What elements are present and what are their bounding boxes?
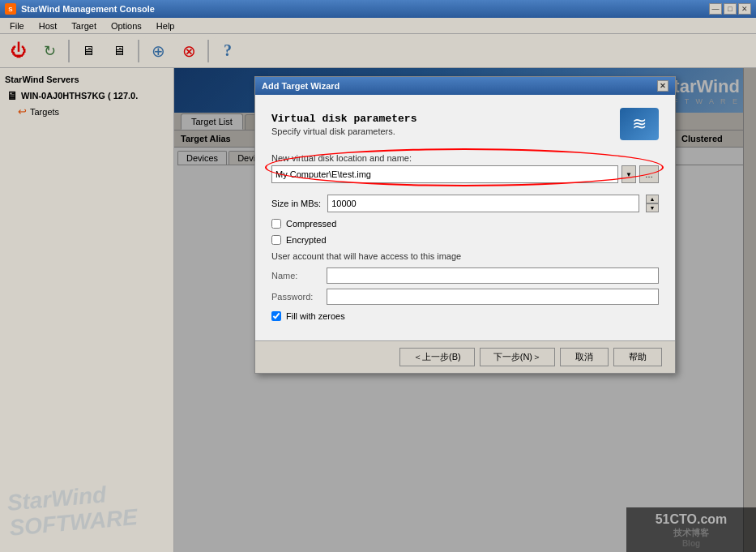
browse-button[interactable]: … <box>639 165 659 183</box>
menu-help[interactable]: Help <box>150 19 182 32</box>
location-form-row: New virtual disk location and name: ▼ … <box>271 153 659 183</box>
name-row: Name: <box>271 267 659 284</box>
dialog-header-text: Virtual disk parameters Specify virtual … <box>271 113 416 136</box>
add-icon: ⊕ <box>152 41 165 61</box>
location-input[interactable] <box>271 165 618 183</box>
fill-zeroes-row: Fill with zeroes <box>271 311 659 321</box>
encrypted-label: Encrypted <box>286 235 327 245</box>
app-icon: S <box>5 3 16 15</box>
size-spinbox[interactable]: ▲ ▼ <box>646 195 659 212</box>
fill-zeroes-label: Fill with zeroes <box>286 311 345 321</box>
dialog-close-button[interactable]: ✕ <box>657 80 668 92</box>
toolbar: ⏻ ↻ 🖥 🖥 ⊕ ⊗ ? <box>0 34 756 68</box>
refresh-icon: ↻ <box>44 42 56 60</box>
compressed-checkbox[interactable] <box>271 219 281 229</box>
size-input[interactable] <box>327 195 639 212</box>
title-bar-left: S StarWind Management Console <box>5 3 155 15</box>
main-layout: StarWind Servers 🖥 WIN-0AJ0HTHS7KG ( 127… <box>0 68 756 552</box>
dropdown-button[interactable]: ▼ <box>621 165 636 183</box>
content-area: ★ StarWind S O F T W A R E Target List C… <box>174 68 756 552</box>
window-title: StarWind Management Console <box>21 4 155 14</box>
back-button[interactable]: ＜上一步(B) <box>399 348 475 366</box>
help-dialog-button[interactable]: 帮助 <box>613 348 662 366</box>
toolbar-separator-3 <box>207 40 209 62</box>
location-input-row: ▼ … <box>271 165 659 183</box>
dialog-logo-icon: ≋ <box>620 108 659 140</box>
name-input[interactable] <box>327 267 659 284</box>
size-form-row: Size in MBs: ▲ ▼ <box>271 195 659 212</box>
compressed-row: Compressed <box>271 219 659 229</box>
menu-target[interactable]: Target <box>65 19 103 32</box>
encrypted-checkbox[interactable] <box>271 235 281 245</box>
close-button[interactable]: ✕ <box>738 3 751 15</box>
dialog-subtitle: Specify virtual disk parameters. <box>271 126 416 136</box>
toolbar-separator-2 <box>138 40 139 62</box>
menu-host[interactable]: Host <box>32 19 64 32</box>
computer1-button[interactable]: 🖥 <box>75 37 102 65</box>
dialog-body: Virtual disk parameters Specify virtual … <box>255 95 675 340</box>
delete-icon: ⊗ <box>182 41 196 61</box>
dialog-title: Add Target Wizard <box>262 81 340 91</box>
encrypted-row: Encrypted <box>271 235 659 245</box>
spin-up-button[interactable]: ▲ <box>646 195 659 203</box>
computer2-button[interactable]: 🖥 <box>105 37 133 65</box>
next-button[interactable]: 下一步(N)＞ <box>480 348 555 366</box>
password-label: Password: <box>271 292 320 302</box>
menu-file[interactable]: File <box>3 19 31 32</box>
dialog-title-bar: Add Target Wizard ✕ <box>255 77 675 95</box>
location-label: New virtual disk location and name: <box>271 153 659 163</box>
dialog-header-section: Virtual disk parameters Specify virtual … <box>271 108 659 140</box>
sidebar-watermark: StarWind SOFTWARE <box>6 481 139 541</box>
toolbar-separator-1 <box>68 40 70 62</box>
name-label: Name: <box>271 271 320 280</box>
dialog-main-title: Virtual disk parameters <box>271 113 416 125</box>
size-label: Size in MBs: <box>271 199 321 208</box>
spin-down-button[interactable]: ▼ <box>646 203 659 212</box>
server-name: WIN-0AJ0HTHS7KG ( 127.0. <box>21 91 138 101</box>
computer1-icon: 🖥 <box>82 44 95 58</box>
server-item[interactable]: 🖥 WIN-0AJ0HTHS7KG ( 127.0. <box>3 88 170 104</box>
password-input[interactable] <box>327 289 659 305</box>
title-bar: S StarWind Management Console — □ ✕ <box>0 0 756 18</box>
user-account-label: User account that will have access to th… <box>271 251 659 261</box>
power-icon: ⏻ <box>11 41 27 60</box>
help-icon: ? <box>224 41 232 60</box>
waves-icon: ≋ <box>632 113 647 135</box>
add-button[interactable]: ⊕ <box>144 37 172 65</box>
refresh-button[interactable]: ↻ <box>36 37 63 65</box>
targets-item[interactable]: ↩ Targets <box>3 104 170 119</box>
computer2-icon: 🖥 <box>113 44 126 58</box>
sidebar-title: StarWind Servers <box>3 71 170 88</box>
maximize-button[interactable]: □ <box>724 3 737 15</box>
fill-zeroes-checkbox[interactable] <box>271 311 281 321</box>
server-icon: 🖥 <box>6 89 18 102</box>
targets-arrow-icon: ↩ <box>18 105 27 118</box>
dialog-overlay: Add Target Wizard ✕ Virtual disk paramet… <box>174 68 756 552</box>
help-button[interactable]: ? <box>214 37 241 65</box>
cancel-button[interactable]: 取消 <box>560 348 609 366</box>
compressed-label: Compressed <box>286 219 336 229</box>
targets-label: Targets <box>30 107 59 117</box>
dialog-footer: ＜上一步(B) 下一步(N)＞ 取消 帮助 <box>255 340 675 373</box>
menu-options[interactable]: Options <box>105 19 148 32</box>
window-controls[interactable]: — □ ✕ <box>709 3 751 15</box>
password-row: Password: <box>271 289 659 305</box>
add-target-wizard-dialog: Add Target Wizard ✕ Virtual disk paramet… <box>254 76 676 374</box>
minimize-button[interactable]: — <box>709 3 722 15</box>
sidebar: StarWind Servers 🖥 WIN-0AJ0HTHS7KG ( 127… <box>0 68 174 552</box>
delete-button[interactable]: ⊗ <box>175 37 203 65</box>
power-button[interactable]: ⏻ <box>5 37 32 65</box>
menu-bar: File Host Target Options Help <box>0 18 756 34</box>
